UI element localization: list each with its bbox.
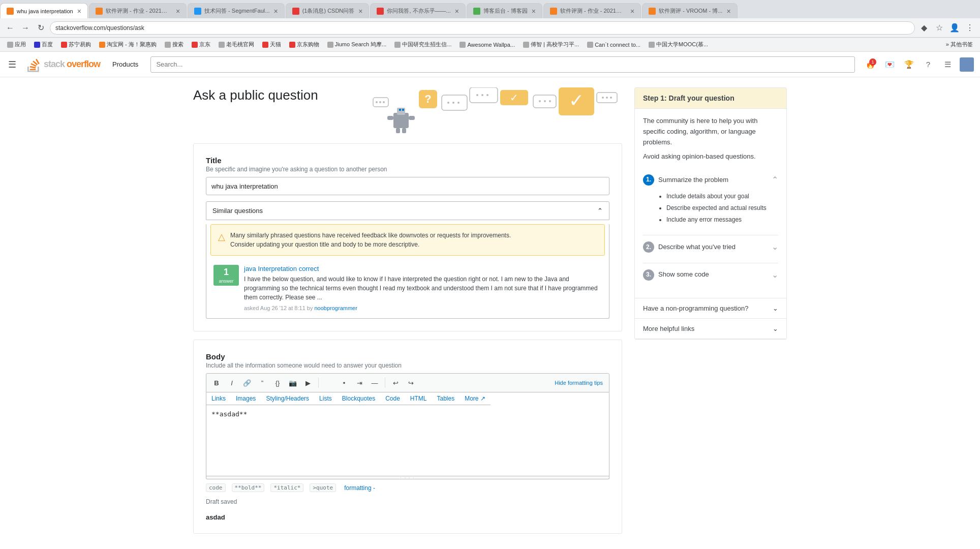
format-hint-bold: **bold** bbox=[232, 483, 265, 492]
trophy-button[interactable]: 🏆 bbox=[902, 57, 916, 72]
search-input[interactable] bbox=[150, 56, 855, 73]
bookmark-jd[interactable]: 京东 bbox=[189, 40, 213, 49]
account-button[interactable]: 👤 bbox=[948, 22, 961, 34]
step-2-number: 2. bbox=[643, 241, 654, 253]
image-button[interactable]: 📷 bbox=[286, 376, 300, 390]
tab-so2[interactable]: 软件评测 - 作业 - 2021年... × bbox=[543, 3, 641, 18]
link-button[interactable]: 🔗 bbox=[240, 376, 254, 390]
helper-item-2-header[interactable]: More helpful links ⌄ bbox=[635, 319, 786, 339]
inbox-button[interactable]: 💌 bbox=[882, 57, 897, 72]
unordered-list-button[interactable]: • bbox=[337, 376, 351, 390]
bookmark-jdgw[interactable]: 京东购物 bbox=[286, 40, 322, 49]
question-meta-user[interactable]: noobprogrammer bbox=[315, 305, 357, 311]
bookmark-suning[interactable]: 苏宁易购 bbox=[58, 40, 94, 49]
products-menu-button[interactable]: Products bbox=[108, 58, 142, 70]
tab-more[interactable]: More ↗ bbox=[460, 392, 491, 405]
question-meta: asked Aug 26 '12 at 8:11 by noobprogramm… bbox=[244, 305, 602, 311]
tab-sf[interactable]: 技术问答 - SegmentFaul... × bbox=[188, 3, 285, 18]
tab-nyw[interactable]: 你问我答, 不亦乐乎——... × bbox=[370, 3, 465, 18]
tab-blockquotes[interactable]: Blockquotes bbox=[337, 392, 380, 405]
user-avatar[interactable] bbox=[960, 57, 974, 72]
tab-csdn[interactable]: (1条消息) CSDN问答 × bbox=[286, 3, 370, 18]
forward-button[interactable]: → bbox=[19, 22, 32, 34]
address-bar[interactable]: stackoverflow.com/questions/ask bbox=[50, 21, 915, 35]
indent-button[interactable]: ⇥ bbox=[352, 376, 366, 390]
bookmark-more[interactable]: » 其他书签 bbox=[943, 40, 976, 49]
tab-styling[interactable]: Styling/Headers bbox=[261, 392, 314, 405]
tab-close-btn[interactable]: × bbox=[358, 7, 362, 15]
helper-item-1-header[interactable]: Have a non-programming question? ⌄ bbox=[635, 298, 786, 318]
bookmark-search[interactable]: 搜索 bbox=[162, 40, 187, 49]
tab-images[interactable]: Images bbox=[231, 392, 261, 405]
sidebar-card-body: The community is here to help you with s… bbox=[635, 109, 786, 298]
question-link[interactable]: java Interpretation correct bbox=[244, 265, 602, 272]
step-1-header[interactable]: 1. Summarize the problem ⌃ bbox=[643, 170, 778, 190]
hide-formatting-button[interactable]: Hide formatting tips bbox=[552, 379, 606, 387]
tab-favicon bbox=[550, 8, 557, 15]
bookmark-apps[interactable]: 应用 bbox=[4, 40, 29, 49]
bookmark-awesome[interactable]: Awesome Wallpa... bbox=[456, 41, 518, 49]
tab-close-btn[interactable]: × bbox=[630, 7, 634, 15]
tab-whu[interactable]: whu java interpretation × bbox=[0, 3, 88, 18]
tab-close-btn[interactable]: × bbox=[532, 7, 536, 15]
tab-blog[interactable]: 博客后台 - 博客园 × bbox=[467, 3, 542, 18]
redo-button[interactable]: ↪ bbox=[404, 376, 418, 390]
undo-button[interactable]: ↩ bbox=[388, 376, 403, 390]
tab-html[interactable]: HTML bbox=[405, 392, 432, 405]
step-2-header[interactable]: 2. Describe what you've tried ⌄ bbox=[643, 237, 778, 257]
bookmark-mooc[interactable]: 中国大学MOOC(慕... bbox=[646, 40, 711, 49]
svg-text:?: ? bbox=[424, 93, 431, 105]
tab-so1[interactable]: 软件评测 - 作业 - 2021年... × bbox=[89, 3, 187, 18]
code-button[interactable]: {} bbox=[270, 376, 285, 390]
similar-questions-toggle[interactable]: Similar questions ⌃ bbox=[206, 201, 609, 220]
more-options-button[interactable]: ⋮ bbox=[964, 22, 976, 34]
title-input[interactable] bbox=[206, 177, 609, 195]
bookmark-tmall[interactable]: 天猫 bbox=[259, 40, 284, 49]
tab-close-btn[interactable]: × bbox=[273, 7, 278, 15]
bold-button[interactable]: B bbox=[209, 376, 224, 390]
achievements-button[interactable]: 🔥 1 bbox=[863, 57, 877, 72]
tab-label: 软件评测 - 作业 - 2021年... bbox=[560, 7, 626, 15]
tab-code[interactable]: Code bbox=[380, 392, 405, 405]
tab-close-btn[interactable]: × bbox=[455, 7, 459, 15]
editor-content[interactable]: **asdad** bbox=[206, 405, 609, 476]
preview-area: asdad bbox=[206, 513, 609, 521]
extensions-button[interactable]: ◆ bbox=[918, 22, 930, 34]
bookmark-jiumo[interactable]: Jiumo Search 鸠摩... bbox=[324, 40, 389, 49]
bookmark-cant[interactable]: Can`t connect to... bbox=[584, 41, 644, 49]
help-button[interactable]: ? bbox=[921, 57, 935, 72]
bookmark-taobao[interactable]: 淘宝网 - 海！聚惠购 bbox=[96, 40, 160, 49]
tab-close-btn[interactable]: × bbox=[77, 7, 81, 15]
italic-button[interactable]: I bbox=[225, 376, 239, 390]
format-code-label: code bbox=[206, 483, 226, 492]
insert-image-button[interactable]: ▶ bbox=[301, 376, 315, 390]
bookmark-baidu[interactable]: 百度 bbox=[31, 40, 56, 49]
svg-rect-6 bbox=[396, 128, 400, 133]
title-field-card: Title Be specific and imagine you're ask… bbox=[193, 143, 622, 331]
svg-point-11 bbox=[383, 101, 385, 103]
tab-label: 软件测评 - VROOM - 博... bbox=[659, 7, 722, 15]
hamburger-menu-button[interactable]: ☰ bbox=[6, 58, 18, 71]
tab-tables[interactable]: Tables bbox=[432, 392, 460, 405]
bookmark-zgyjszs[interactable]: 中国研究生招生信... bbox=[391, 40, 454, 49]
review-button[interactable]: ☰ bbox=[940, 57, 955, 72]
format-hints: code **bold** *italic* >quote formatting… bbox=[206, 479, 609, 496]
tab-links[interactable]: Links bbox=[206, 392, 231, 405]
bookmark-laomao[interactable]: 老毛桃官网 bbox=[216, 40, 257, 49]
bookmark-fuzhi[interactable]: 傅智 | 高校学习平... bbox=[520, 40, 582, 49]
dedent-button[interactable]: — bbox=[368, 376, 382, 390]
tab-sw[interactable]: 软件测评 - VROOM - 博... × bbox=[642, 3, 737, 18]
ordered-list-button[interactable]: ⁣ bbox=[322, 376, 336, 390]
svg-point-31 bbox=[602, 97, 604, 99]
bookmark-button[interactable]: ☆ bbox=[933, 22, 945, 34]
tab-close-btn[interactable]: × bbox=[176, 7, 180, 15]
tab-close-btn[interactable]: × bbox=[726, 7, 730, 15]
back-button[interactable]: ← bbox=[4, 22, 16, 34]
step-3-header[interactable]: 3. Show some code ⌄ bbox=[643, 265, 778, 285]
blockquote-button[interactable]: ” bbox=[255, 376, 269, 390]
refresh-button[interactable]: ↻ bbox=[35, 22, 47, 34]
so-logo[interactable]: stackoverflow bbox=[26, 57, 100, 72]
sidebar: Step 1: Draft your question The communit… bbox=[634, 87, 787, 534]
tab-lists[interactable]: Lists bbox=[314, 392, 337, 405]
preview-content: asdad bbox=[206, 513, 609, 521]
